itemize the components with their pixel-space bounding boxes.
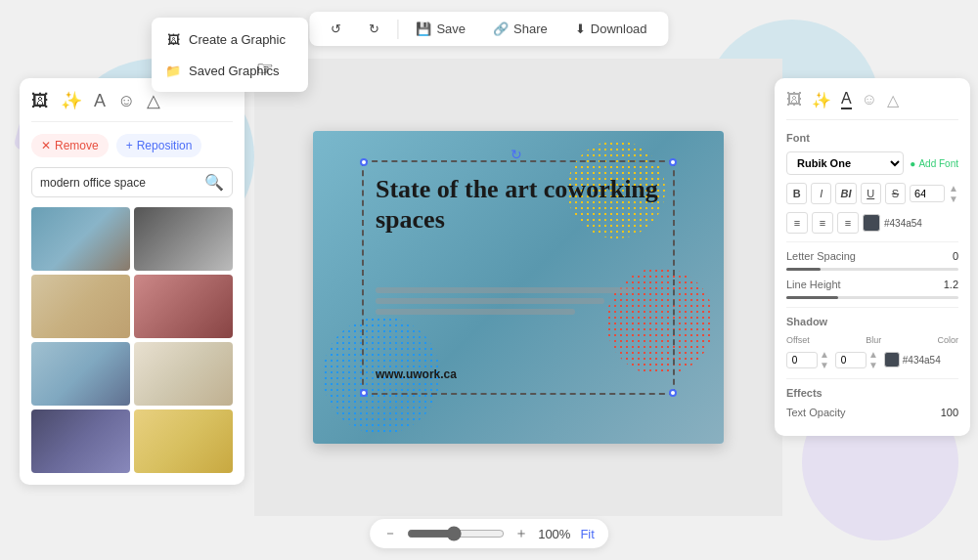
divider-3 bbox=[786, 378, 958, 379]
shadow-offset-input[interactable] bbox=[786, 352, 818, 368]
zoom-in-button[interactable]: ＋ bbox=[514, 525, 528, 542]
divider-1 bbox=[786, 241, 958, 242]
bold-italic-button[interactable]: BI bbox=[835, 183, 856, 204]
left-panel: 🖼 ✨ A ☺ △ ✕ Remove + Reposition 🔍 bbox=[20, 78, 244, 485]
format-row: B I BI U S ▲ ▼ bbox=[786, 183, 958, 204]
right-panel-tabs: 🖼 ✨ A ☺ △ bbox=[786, 90, 958, 120]
remove-button[interactable]: ✕ Remove bbox=[31, 134, 109, 157]
effects-section-label: Effects bbox=[786, 387, 958, 399]
tab-text[interactable]: A bbox=[94, 91, 106, 111]
strikethrough-button[interactable]: S bbox=[885, 183, 906, 204]
canvas-line-1 bbox=[376, 287, 633, 293]
zoom-out-button[interactable]: － bbox=[383, 525, 397, 542]
bold-button[interactable]: B bbox=[786, 183, 807, 204]
image-thumb-3[interactable] bbox=[31, 275, 130, 338]
italic-button[interactable]: I bbox=[811, 183, 831, 204]
right-tab-text[interactable]: A bbox=[841, 90, 852, 109]
search-input[interactable] bbox=[40, 176, 199, 190]
tab-emoji[interactable]: ☺ bbox=[117, 91, 135, 111]
redo-button[interactable]: ↻ bbox=[359, 18, 389, 40]
zoom-slider[interactable] bbox=[407, 526, 505, 541]
right-tab-shape[interactable]: △ bbox=[887, 91, 899, 109]
handle-bottom-left[interactable] bbox=[360, 389, 368, 397]
canvas-headline: State of the art coworking spaces bbox=[376, 174, 661, 235]
right-tab-image[interactable]: 🖼 bbox=[786, 91, 802, 108]
panel-actions: ✕ Remove + Reposition bbox=[31, 134, 233, 157]
image-thumb-7[interactable] bbox=[31, 409, 130, 473]
shadow-offset-down[interactable]: ▼ bbox=[820, 360, 829, 370]
toolbar-divider bbox=[397, 20, 398, 39]
font-size-up[interactable]: ▲ bbox=[949, 183, 958, 194]
handle-bottom-right[interactable] bbox=[669, 389, 677, 397]
saved-graphics-item[interactable]: 📁 Saved Graphics bbox=[152, 55, 308, 86]
text-opacity-label: Text Opacity bbox=[786, 407, 846, 418]
canvas-card[interactable]: State of the art coworking spaces www.uw… bbox=[313, 131, 724, 444]
shadow-blur-up[interactable]: ▲ bbox=[868, 349, 878, 360]
image-thumb-2[interactable] bbox=[134, 207, 233, 271]
image-thumb-5[interactable] bbox=[31, 342, 130, 406]
shadow-blur-label: Blur bbox=[866, 335, 881, 345]
canvas-line-2 bbox=[376, 298, 604, 304]
shadow-section-label: Shadow bbox=[786, 316, 958, 327]
line-height-slider[interactable] bbox=[786, 296, 958, 299]
download-icon: ⬇ bbox=[575, 22, 586, 36]
download-button[interactable]: ⬇ Download bbox=[565, 18, 657, 40]
underline-button[interactable]: U bbox=[861, 183, 881, 204]
right-tab-wand[interactable]: ✨ bbox=[812, 91, 831, 109]
font-section-label: Font bbox=[786, 132, 958, 144]
tab-wand[interactable]: ✨ bbox=[61, 90, 82, 111]
align-left-button[interactable]: ≡ bbox=[786, 212, 808, 234]
redo-icon: ↻ bbox=[369, 22, 379, 36]
letter-spacing-row: Letter Spacing 0 bbox=[786, 250, 958, 262]
image-grid bbox=[31, 207, 233, 473]
shadow-color-swatch[interactable] bbox=[884, 352, 900, 367]
image-thumb-4[interactable] bbox=[134, 275, 233, 338]
image-thumb-8[interactable] bbox=[134, 409, 233, 473]
line-height-value: 1.2 bbox=[944, 279, 958, 290]
save-button[interactable]: 💾 Save bbox=[406, 18, 475, 40]
shadow-row: ▲ ▼ ▲ ▼ #434a54 bbox=[786, 349, 958, 370]
font-row: Rubik One ● Add Font bbox=[786, 151, 958, 175]
rotate-handle[interactable]: ↻ bbox=[511, 147, 526, 162]
panel-tabs: 🖼 ✨ A ☺ △ bbox=[31, 90, 233, 122]
tab-shapes[interactable]: △ bbox=[147, 90, 160, 111]
canvas-line-3 bbox=[376, 309, 575, 315]
text-color-swatch[interactable] bbox=[863, 214, 880, 232]
shadow-blur-input[interactable] bbox=[835, 352, 867, 368]
plus-icon: + bbox=[126, 139, 133, 152]
shadow-offset-label: Offset bbox=[786, 335, 810, 345]
letter-spacing-slider[interactable] bbox=[786, 268, 958, 271]
shadow-blur-down[interactable]: ▼ bbox=[868, 360, 878, 370]
shadow-offset-up[interactable]: ▲ bbox=[820, 349, 829, 360]
image-thumb-1[interactable] bbox=[31, 207, 130, 271]
font-size-input[interactable] bbox=[910, 185, 945, 202]
zoom-fit-button[interactable]: Fit bbox=[580, 527, 594, 541]
divider-2 bbox=[786, 307, 958, 308]
undo-icon: ↺ bbox=[331, 22, 341, 36]
image-thumb-6[interactable] bbox=[134, 342, 233, 406]
tab-images[interactable]: 🖼 bbox=[31, 91, 49, 111]
canvas-url: www.uwork.ca bbox=[376, 367, 661, 381]
handle-top-right[interactable] bbox=[669, 158, 677, 166]
line-height-label: Line Height bbox=[786, 279, 841, 290]
handle-top-left[interactable] bbox=[360, 158, 368, 166]
align-center-button[interactable]: ≡ bbox=[812, 212, 833, 234]
create-graphic-item[interactable]: 🖼 Create a Graphic bbox=[152, 23, 308, 55]
shadow-color-value: #434a54 bbox=[903, 355, 941, 366]
text-opacity-value: 100 bbox=[941, 407, 958, 418]
remove-icon: ✕ bbox=[41, 139, 51, 152]
dropdown-menu: 🖼 Create a Graphic 📁 Saved Graphics bbox=[152, 18, 308, 92]
canvas-lines bbox=[376, 287, 661, 315]
zoom-bar: － ＋ 100% Fit bbox=[370, 519, 608, 548]
undo-button[interactable]: ↺ bbox=[321, 18, 351, 40]
share-button[interactable]: 🔗 Share bbox=[483, 18, 557, 40]
reposition-button[interactable]: + Reposition bbox=[116, 134, 202, 157]
canvas-text-box[interactable]: State of the art coworking spaces www.uw… bbox=[362, 160, 675, 395]
align-right-button[interactable]: ≡ bbox=[837, 212, 859, 234]
plus-circle-icon: ● bbox=[910, 158, 915, 169]
right-tab-emoji[interactable]: ☺ bbox=[862, 91, 877, 108]
font-size-down[interactable]: ▼ bbox=[949, 194, 958, 204]
add-font-button[interactable]: ● Add Font bbox=[910, 158, 958, 169]
font-select[interactable]: Rubik One bbox=[786, 151, 904, 175]
letter-spacing-label: Letter Spacing bbox=[786, 250, 856, 262]
